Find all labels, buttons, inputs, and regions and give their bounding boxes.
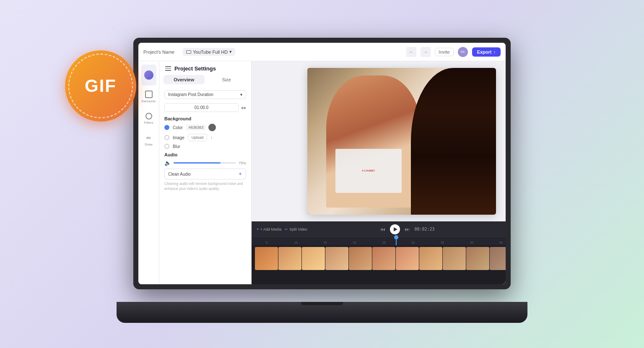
play-icon xyxy=(394,227,397,231)
play-button[interactable] xyxy=(390,224,400,234)
export-label: Export xyxy=(477,49,492,55)
skip-back-button[interactable]: ⏮ xyxy=(379,226,387,233)
video-area: A CAUMET xyxy=(252,61,506,284)
audio-icon: 🔈 xyxy=(164,160,171,166)
volume-percent: 75% xyxy=(239,161,246,165)
elements-label: Elements xyxy=(142,99,156,103)
bg-blur-option[interactable]: Blur xyxy=(164,144,246,149)
settings-tabs: Overview Size xyxy=(159,72,251,88)
sidebar-item-active[interactable] xyxy=(141,65,156,86)
settings-title: Project Settings xyxy=(174,65,216,72)
top-bar: Project's Name YouTube Full HD ▾ ← → Inv… xyxy=(138,43,506,61)
duration-value-row: ⇔ xyxy=(164,103,246,112)
thumb-1 xyxy=(255,247,278,270)
background-section-title: Background xyxy=(164,116,246,121)
hamburger-menu[interactable] xyxy=(165,66,171,71)
sidebar-icons: Elements Filters ✏ Draw xyxy=(138,61,159,284)
avatar: SK xyxy=(458,47,468,57)
sidebar-item-filters[interactable]: Filters xyxy=(141,108,156,129)
timestamp: 00:02:23 xyxy=(414,227,434,231)
invite-button[interactable]: Invite xyxy=(435,48,453,56)
upload-button[interactable]: Upload xyxy=(188,134,208,141)
sidebar-item-elements[interactable]: Elements xyxy=(141,86,156,107)
gif-badge: GIF xyxy=(65,50,136,122)
person-right-hair xyxy=(411,68,496,215)
video-canvas: A CAUMET xyxy=(252,61,506,221)
laptop-base xyxy=(117,302,527,323)
settings-header: Project Settings xyxy=(159,61,251,72)
format-badge[interactable]: YouTube Full HD ▾ xyxy=(183,48,235,56)
settings-content: Instagram Post Duration ▾ ⇔ Backg xyxy=(159,88,251,284)
thumb-9 xyxy=(443,247,466,270)
audio-section: Audio 🔈 75% Clean Audio xyxy=(164,152,246,192)
plus-icon: + xyxy=(257,227,259,231)
bg-color-label: Color xyxy=(173,125,183,130)
bg-options: Color #636363 Image Upload xyxy=(164,124,246,149)
export-button[interactable]: Export ↑ xyxy=(472,47,501,57)
playhead[interactable] xyxy=(396,237,397,245)
undo-button[interactable]: ← xyxy=(406,47,416,57)
video-background: A CAUMET xyxy=(307,68,496,215)
thumb-7 xyxy=(396,247,419,270)
gif-badge-label: GIF xyxy=(85,76,117,96)
bg-color-option[interactable]: Color #636363 xyxy=(164,124,246,131)
duration-input[interactable] xyxy=(164,103,239,112)
draw-icon: ✏ xyxy=(146,135,151,141)
timeline-controls: + + Add Media ✂ Split Video ⏮ xyxy=(252,222,506,237)
elements-icon xyxy=(145,91,153,98)
color-hex: #636363 xyxy=(186,125,206,130)
project-name: Project's Name xyxy=(143,49,174,55)
thumb-5 xyxy=(349,247,372,270)
bg-color-radio[interactable] xyxy=(164,125,169,130)
add-media-button[interactable]: + + Add Media xyxy=(257,227,281,231)
thumb-2 xyxy=(278,247,301,270)
monitor-icon xyxy=(186,50,191,54)
color-row: #636363 xyxy=(186,124,246,131)
redo-button[interactable]: → xyxy=(421,47,431,57)
thumb-11 xyxy=(490,247,506,270)
color-swatch[interactable] xyxy=(208,124,216,131)
thumb-3 xyxy=(302,247,325,270)
volume-fill xyxy=(174,162,221,164)
sidebar-item-draw[interactable]: ✏ Draw xyxy=(141,130,156,151)
split-video-label: Split Video xyxy=(289,227,307,231)
format-label: YouTube Full HD xyxy=(193,49,228,55)
sparkle-icon: ✦ xyxy=(238,171,242,177)
add-media-label: + Add Media xyxy=(260,227,281,231)
timeline-ruler: 5 10 15 20 25 30 35 40 45 50 xyxy=(252,237,506,245)
clean-audio-desc: Cleaning audio will remove background no… xyxy=(164,182,246,192)
timeline-tracks: + xyxy=(252,245,506,284)
laptop-hinge xyxy=(301,302,343,305)
timeline-area: + + Add Media ✂ Split Video ⏮ xyxy=(252,221,506,284)
duration-type-row: Instagram Post Duration ▾ xyxy=(164,90,246,99)
chevron-down-icon: ▾ xyxy=(240,92,242,97)
upload-icon: ↑ xyxy=(493,49,496,55)
laptop-body: Project's Name YouTube Full HD ▾ ← → Inv… xyxy=(133,38,511,289)
bg-blur-label: Blur xyxy=(173,144,180,149)
active-dot xyxy=(144,70,153,80)
arrows-icon[interactable]: ⇔ xyxy=(241,104,246,111)
bg-blur-radio[interactable] xyxy=(164,144,169,149)
main-area: Elements Filters ✏ Draw xyxy=(138,61,506,284)
thumb-8 xyxy=(419,247,442,270)
tab-size[interactable]: Size xyxy=(206,75,247,84)
audio-section-title: Audio xyxy=(164,152,246,157)
tab-overview[interactable]: Overview xyxy=(164,75,205,84)
clean-audio-row[interactable]: Clean Audio ✦ xyxy=(164,169,246,179)
filters-label: Filters xyxy=(144,121,153,125)
app-chrome: Project's Name YouTube Full HD ▾ ← → Inv… xyxy=(138,43,506,284)
split-video-button[interactable]: ✂ Split Video xyxy=(285,227,307,231)
laptop-wrapper: Project's Name YouTube Full HD ▾ ← → Inv… xyxy=(129,38,515,323)
thumbnail-strip xyxy=(255,247,506,283)
volume-slider[interactable] xyxy=(174,162,236,164)
settings-panel: Project Settings Overview Size Instagram… xyxy=(159,61,252,284)
skip-forward-button[interactable]: ⏭ xyxy=(403,226,411,233)
duration-type-select[interactable]: Instagram Post Duration ▾ xyxy=(164,90,246,99)
bg-image-radio[interactable] xyxy=(164,135,169,140)
filters-icon xyxy=(145,113,152,119)
shirt-text: A CAUMET xyxy=(335,149,402,193)
thumb-6 xyxy=(372,247,395,270)
playhead-head xyxy=(394,235,398,239)
chevron-down-icon: ▾ xyxy=(229,49,232,55)
bg-image-option[interactable]: Image Upload ↑ xyxy=(164,134,246,141)
